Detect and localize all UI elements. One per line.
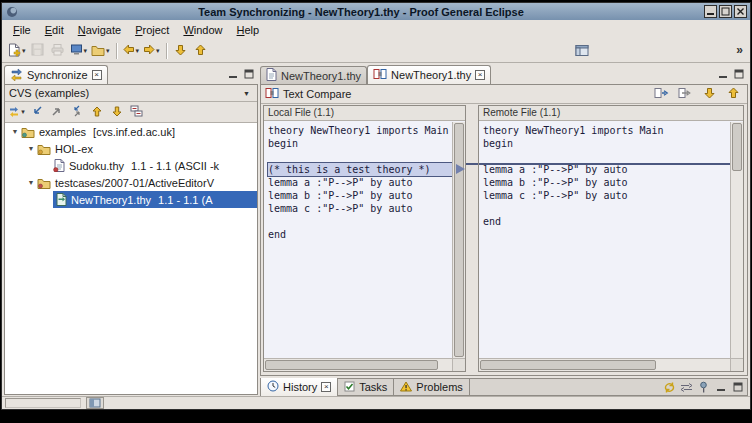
bottom-view-bar: History × Tasks Problems <box>260 378 748 396</box>
minimize-view-button[interactable] <box>714 381 727 393</box>
text-compare-header: Text Compare <box>261 85 747 104</box>
print-button[interactable] <box>48 41 68 61</box>
down-arrow-icon <box>112 106 122 119</box>
next-difference-button[interactable] <box>699 86 719 103</box>
maximize-view-button[interactable] <box>242 68 255 80</box>
tree-item-testcases[interactable]: ▼ testcases/2007-01/ActiveEditorV <box>5 174 257 191</box>
save-icon <box>31 43 44 58</box>
compare-icon <box>373 68 387 82</box>
minimize-editor-button[interactable] <box>716 68 729 80</box>
local-vertical-scrollbar[interactable] <box>452 122 465 358</box>
synchronize-view: Synchronize × CVS (examples) ▼ ▾ <box>4 65 258 395</box>
titlebar[interactable]: Team Synchronizing - NewTheory1.thy - Pr… <box>2 3 750 20</box>
remote-code-area[interactable]: theory NewTheory1 imports Main begin lem… <box>479 122 730 358</box>
fast-view-button[interactable] <box>86 397 104 409</box>
participant-dropdown-button[interactable]: ▼ <box>240 87 253 100</box>
editor-tab-row: NewTheory1.thy NewTheory1.thy × <box>260 65 748 84</box>
close-view-button[interactable]: × <box>92 70 102 80</box>
tab-newtheory1-editor[interactable]: NewTheory1.thy <box>260 66 367 84</box>
scrollbar-thumb[interactable] <box>454 123 464 357</box>
perspective-button[interactable] <box>572 41 592 61</box>
maximize-editor-button[interactable] <box>732 68 745 80</box>
previous-change-button[interactable] <box>191 41 211 61</box>
tree-item-newtheory1-selected[interactable]: NewTheory1.thy 1.1 - 1.1 (A <box>5 191 257 208</box>
toolbar-separator <box>116 43 117 59</box>
open-folder-dropdown-button[interactable]: ▾ <box>89 41 112 61</box>
up-arrow-icon <box>728 87 739 101</box>
tree-item-examples[interactable]: ▼ examples [cvs.inf.ed.ac.uk] <box>5 123 257 140</box>
expand-arrow-icon[interactable]: ▼ <box>25 145 37 152</box>
menu-navigate[interactable]: Navigate <box>71 22 128 38</box>
scrollbar-corner <box>452 358 465 371</box>
local-code-area[interactable]: theory NewTheory1 imports Main begin (* … <box>264 122 452 358</box>
save-button[interactable] <box>28 41 48 61</box>
copy-current-change-button[interactable] <box>675 86 695 103</box>
up-arrow-icon <box>92 106 102 119</box>
tree-item-sudoku[interactable]: Sudoku.thy 1.1 - 1.1 (ASCII -k <box>5 157 257 174</box>
previous-difference-button[interactable] <box>87 103 106 121</box>
link-with-editor-button[interactable] <box>680 381 693 393</box>
close-tab-button[interactable]: × <box>475 70 485 80</box>
maximize-view-button[interactable] <box>731 381 744 393</box>
expand-arrow-icon[interactable]: ▼ <box>25 179 37 186</box>
close-button[interactable] <box>734 5 747 18</box>
tab-label: NewTheory1.thy <box>281 70 361 82</box>
refresh-button[interactable] <box>663 381 676 393</box>
previous-difference-button[interactable] <box>723 86 743 103</box>
view-corner-buttons <box>226 68 255 80</box>
menu-help[interactable]: Help <box>230 22 267 38</box>
scrollbar-thumb[interactable] <box>480 360 656 370</box>
minimize-button[interactable] <box>704 5 717 18</box>
editor-corner-buttons <box>716 68 745 80</box>
tab-problems[interactable]: Problems <box>394 378 469 396</box>
scrollbar-thumb[interactable] <box>732 123 742 171</box>
tree-item-label: Sudoku.thy <box>69 160 124 172</box>
dropdown-arrow-icon: ▾ <box>136 47 140 55</box>
next-change-button[interactable] <box>171 41 191 61</box>
maximize-button[interactable] <box>719 5 732 18</box>
remote-vertical-scrollbar[interactable] <box>730 122 743 358</box>
close-view-button[interactable]: × <box>321 382 331 392</box>
synchronize-tree[interactable]: ▼ examples [cvs.inf.ed.ac.uk] ▼ HOL-ex S… <box>5 123 257 394</box>
tab-synchronize[interactable]: Synchronize × <box>4 65 108 84</box>
pin-button[interactable] <box>697 381 710 393</box>
incoming-mode-button[interactable] <box>27 103 46 121</box>
synchronize-dropdown-button[interactable]: ▾ <box>7 103 26 121</box>
window-icon <box>5 5 18 18</box>
launch-dropdown-button[interactable]: ▾ <box>68 41 90 61</box>
tree-item-meta: [cvs.inf.ed.ac.uk] <box>93 126 175 138</box>
menu-edit[interactable]: Edit <box>38 22 71 38</box>
menu-project[interactable]: Project <box>128 22 176 38</box>
back-button[interactable]: ▾ <box>121 41 142 61</box>
code-line: lemma b :"P-->P" by auto <box>268 189 452 202</box>
remote-horizontal-scrollbar[interactable] <box>479 358 730 371</box>
new-wizard-button[interactable]: ▾ <box>6 41 28 61</box>
menu-window[interactable]: Window <box>176 22 229 38</box>
collapse-all-icon <box>130 105 143 119</box>
collapse-all-button[interactable] <box>127 103 146 121</box>
code-line: end <box>268 228 452 241</box>
tree-item-label: testcases/2007-01/ActiveEditorV <box>55 177 214 189</box>
outgoing-mode-button[interactable] <box>47 103 66 121</box>
local-horizontal-scrollbar[interactable] <box>264 358 452 371</box>
remote-file-body: theory NewTheory1 imports Main begin lem… <box>479 122 743 371</box>
incoming-arrow-icon <box>31 105 43 119</box>
theory-file-icon <box>53 159 65 172</box>
copy-all-left-to-right-button[interactable] <box>651 86 671 103</box>
forward-button[interactable]: ▾ <box>141 41 162 61</box>
theory-file-icon <box>266 68 277 83</box>
next-difference-button[interactable] <box>107 103 126 121</box>
tab-history[interactable]: History × <box>261 378 338 396</box>
code-line <box>268 215 452 228</box>
scrollbar-thumb[interactable] <box>265 360 438 370</box>
tab-newtheory1-compare[interactable]: NewTheory1.thy × <box>367 65 491 84</box>
minimize-view-button[interactable] <box>226 68 239 80</box>
menu-file[interactable]: File <box>6 22 38 38</box>
tree-item-hol-ex[interactable]: ▼ HOL-ex <box>5 140 257 157</box>
both-mode-button[interactable] <box>67 103 86 121</box>
toolbar-overflow-chevron[interactable]: » <box>736 43 743 57</box>
expand-arrow-icon[interactable]: ▼ <box>9 128 21 135</box>
code-line: theory NewTheory1 imports Main <box>268 124 452 137</box>
tab-label: NewTheory1.thy <box>391 69 471 81</box>
tab-tasks[interactable]: Tasks <box>338 378 394 396</box>
